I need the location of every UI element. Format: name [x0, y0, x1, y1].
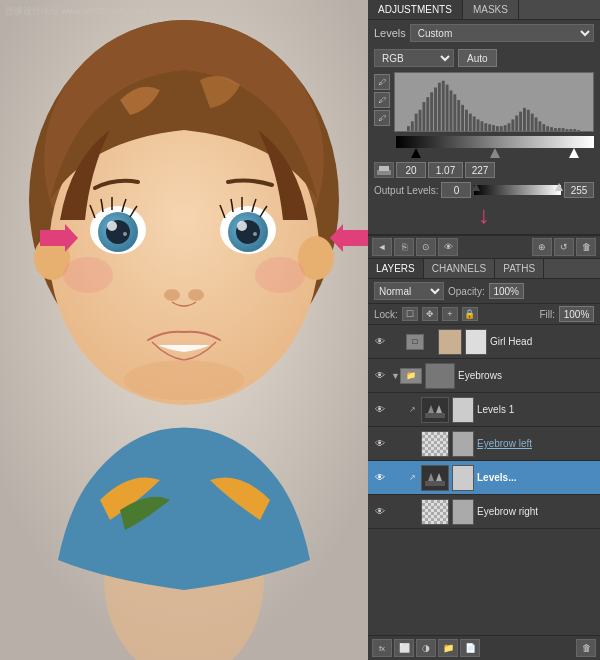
layer-row[interactable]: 👁 ▼ 📁 Eyebrows: [368, 359, 600, 393]
svg-rect-42: [473, 117, 476, 132]
right-panel: ADJUSTMENTS MASKS Levels Custom RGB Auto…: [368, 0, 600, 660]
svg-rect-28: [419, 110, 422, 131]
toolbar-add-btn[interactable]: ⊕: [532, 238, 552, 256]
svg-point-17: [164, 289, 180, 301]
white-point-eyedropper[interactable]: 🖊: [374, 110, 390, 126]
link-icon: ↗: [406, 473, 418, 482]
layers-tabs: LAYERS CHANNELS PATHS: [368, 259, 600, 279]
svg-rect-66: [566, 129, 569, 131]
layer-fx-btn[interactable]: fx: [372, 639, 392, 657]
layer-row[interactable]: 👁 Eyebrow left: [368, 427, 600, 461]
channel-row: RGB Auto: [368, 46, 600, 70]
svg-rect-26: [411, 121, 414, 131]
svg-rect-45: [484, 123, 487, 131]
svg-rect-27: [415, 114, 418, 131]
output-black-input[interactable]: [441, 182, 471, 198]
eyedroppers: 🖊 🖊 🖊: [374, 74, 390, 132]
black-handle[interactable]: [411, 148, 421, 158]
tab-masks[interactable]: MASKS: [463, 0, 519, 19]
slider-handles: [396, 148, 594, 158]
black-point-eyedropper[interactable]: 🖊: [374, 74, 390, 90]
channel-dropdown[interactable]: RGB: [374, 49, 454, 67]
visibility-toggle[interactable]: 👁: [372, 402, 388, 418]
layers-list: 👁 □ Girl Head 👁 ▼ 📁 Eyebrows 👁: [368, 325, 600, 635]
output-white-handle[interactable]: [555, 183, 563, 191]
white-input[interactable]: [465, 162, 495, 178]
svg-rect-30: [426, 97, 429, 131]
layer-folder-btn[interactable]: 📁: [438, 639, 458, 657]
layer-new-btn[interactable]: 📄: [460, 639, 480, 657]
visibility-toggle[interactable]: 👁: [372, 504, 388, 520]
output-white-input[interactable]: [564, 182, 594, 198]
layer-delete-btn[interactable]: 🗑: [576, 639, 596, 657]
layer-name: Eyebrow right: [477, 506, 596, 517]
input-slider-area: [396, 136, 594, 158]
toolbar-delete-btn[interactable]: 🗑: [576, 238, 596, 256]
layer-name: Girl Head: [490, 336, 596, 347]
arrow-area: ↓: [368, 200, 600, 230]
layer-mask-btn[interactable]: ⬜: [394, 639, 414, 657]
svg-rect-25: [407, 126, 410, 131]
output-black-handle[interactable]: [472, 183, 480, 191]
toolbar-back-btn[interactable]: ◄: [372, 238, 392, 256]
layer-adj-btn[interactable]: ◑: [416, 639, 436, 657]
svg-rect-34: [442, 81, 445, 131]
auto-button[interactable]: Auto: [458, 49, 497, 67]
toolbar-circle-btn[interactable]: ⊙: [416, 238, 436, 256]
expand-arrow[interactable]: ▼: [391, 371, 397, 381]
levels-thumb: [421, 465, 449, 491]
mask-thumb: [452, 431, 474, 457]
svg-rect-54: [519, 112, 522, 131]
black-input[interactable]: [396, 162, 426, 178]
tab-channels[interactable]: CHANNELS: [424, 259, 495, 278]
svg-rect-46: [488, 124, 491, 131]
svg-rect-40: [465, 110, 468, 131]
output-label: Output Levels:: [374, 185, 438, 196]
svg-rect-64: [558, 128, 561, 131]
midtone-handle[interactable]: [490, 148, 500, 158]
tab-adjustments[interactable]: ADJUSTMENTS: [368, 0, 463, 19]
layer-thumbnail: [421, 499, 449, 525]
svg-rect-47: [492, 125, 495, 131]
layer-row[interactable]: → 👁 ↗ Levels...: [368, 461, 600, 495]
svg-rect-33: [438, 83, 441, 131]
fill-input[interactable]: [559, 306, 594, 322]
down-arrow-icon: ↓: [478, 201, 490, 229]
lock-move[interactable]: ✥: [422, 307, 438, 321]
gray-point-eyedropper[interactable]: 🖊: [374, 92, 390, 108]
visibility-toggle[interactable]: 👁: [372, 470, 388, 486]
opacity-input[interactable]: [489, 283, 524, 299]
layer-controls: fx ⬜ ◑ 📁 📄 🗑: [368, 635, 600, 660]
link-icon: ↗: [406, 405, 418, 414]
blend-mode-dropdown[interactable]: Normal: [374, 282, 444, 300]
toolbar-rotate-btn[interactable]: ↺: [554, 238, 574, 256]
visibility-toggle[interactable]: 👁: [372, 436, 388, 452]
preset-dropdown[interactable]: Custom: [410, 24, 594, 42]
svg-rect-62: [550, 127, 553, 131]
tab-paths[interactable]: PATHS: [495, 259, 544, 278]
svg-rect-32: [434, 88, 437, 132]
mid-input[interactable]: [428, 162, 463, 178]
adj-header: Levels Custom: [368, 20, 600, 46]
levels-thumb: [421, 397, 449, 423]
lock-pixel[interactable]: +: [442, 307, 458, 321]
svg-rect-24: [407, 73, 581, 131]
histogram: [394, 72, 594, 132]
layer-row[interactable]: 👁 Eyebrow right: [368, 495, 600, 529]
svg-rect-69: [577, 130, 580, 131]
svg-rect-48: [496, 126, 499, 131]
layer-row[interactable]: 👁 □ Girl Head: [368, 325, 600, 359]
lock-all[interactable]: 🔒: [462, 307, 478, 321]
white-handle[interactable]: [569, 148, 579, 158]
tab-layers[interactable]: LAYERS: [368, 259, 424, 278]
layer-row[interactable]: 👁 ↗ Levels 1: [368, 393, 600, 427]
layer-thumbnail: [438, 329, 462, 355]
toolbar-copy-btn[interactable]: ⎘: [394, 238, 414, 256]
visibility-toggle[interactable]: 👁: [372, 368, 388, 384]
toolbar-eye-btn[interactable]: 👁: [438, 238, 458, 256]
visibility-toggle[interactable]: 👁: [372, 334, 388, 350]
svg-rect-57: [531, 114, 534, 131]
mask-thumb: [452, 397, 474, 423]
svg-rect-71: [379, 166, 389, 171]
lock-checkbox[interactable]: ☐: [402, 307, 418, 321]
